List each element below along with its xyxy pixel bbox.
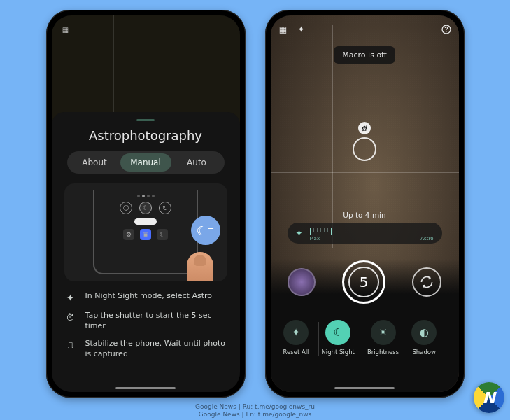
astro-info-panel: Astrophotography About Manual Auto ☺ ☾ ↻ — [52, 112, 240, 392]
face-icon: ☺ — [120, 202, 132, 214]
contrast-icon: ◐ — [411, 320, 437, 345]
help-icon[interactable] — [441, 24, 452, 35]
slider-min-label: Max — [310, 236, 320, 241]
home-indicator[interactable] — [334, 387, 395, 389]
tab-segment: About Manual Auto — [67, 151, 225, 174]
image-credits: Google News | Ru: t.me/googlenws_ru Goog… — [0, 403, 510, 419]
control-label: Brightness — [367, 349, 399, 356]
phone-left: ▦ Astrophotography About Manual Auto ☺ ☾ — [46, 10, 246, 398]
tab-auto[interactable]: Auto — [171, 153, 222, 172]
tip-item: ⎍ Stabilize the phone. Wait until photo … — [64, 339, 227, 360]
toast-message: Macro is off — [334, 46, 395, 64]
panel-title: Astrophotography — [62, 128, 230, 143]
control-night-sight[interactable]: ☾ Night Sight — [321, 320, 354, 356]
flip-camera-icon — [420, 275, 434, 289]
focus-indicator: ✿̸ — [353, 122, 376, 161]
control-label: Shadow — [412, 349, 436, 356]
flip-camera-button[interactable] — [412, 267, 441, 297]
frame-badge-icon: ▦ — [60, 24, 71, 35]
brightness-icon: ☀ — [371, 320, 396, 345]
sparkle-icon: ✦ — [296, 228, 303, 238]
screen-left: ▦ Astrophotography About Manual Auto ☺ ☾ — [52, 15, 240, 392]
gallery-thumbnail[interactable] — [288, 268, 316, 296]
quick-controls-row[interactable]: ✦ Reset All ☾ Night Sight ☀ Brightness ◐… — [271, 315, 459, 360]
sparkle-icon: ✦ — [64, 291, 77, 304]
exposure-label: Up to 4 min — [343, 211, 385, 219]
drag-handle[interactable] — [136, 119, 155, 121]
camera-icon: ▣ — [140, 229, 151, 240]
top-toolbar: ▦ ✦ — [278, 22, 452, 36]
tip-item: ✦ In Night Sight mode, select Astro — [64, 291, 227, 304]
tutorial-illustration: ☺ ☾ ↻ ⚙ ▣ ☾ ☾⁺ — [64, 183, 227, 281]
control-label: Night Sight — [321, 349, 354, 356]
sparkle-icon[interactable]: ✦ — [296, 24, 307, 35]
viewfinder-preview: ▦ — [52, 15, 240, 127]
control-brightness[interactable]: ☀ Brightness — [367, 320, 399, 356]
astro-fab-icon: ☾⁺ — [191, 216, 220, 245]
tip-item: ⏱ Tap the shutter to start the 5 sec tim… — [64, 311, 227, 332]
page-dots-icon — [137, 195, 155, 197]
phone-right: ▦ ✦ Macro is off ✿̸ Up to 4 min ✦ — [265, 10, 465, 398]
slider-illustration — [134, 218, 157, 225]
slider-max-label: Astro — [420, 236, 433, 241]
tripod-icon: ⎍ — [64, 339, 77, 351]
sparkle-reset-icon: ✦ — [283, 320, 309, 345]
moon-icon: ☾ — [325, 320, 350, 345]
screen-right: ▦ ✦ Macro is off ✿̸ Up to 4 min ✦ — [271, 15, 459, 392]
exposure-slider-group: Up to 4 min ✦ Max Astro — [288, 211, 442, 244]
tab-about[interactable]: About — [69, 153, 120, 172]
tip-text: Stabilize the phone. Wait until photo is… — [85, 339, 227, 360]
control-shadow[interactable]: ◐ Shadow — [411, 320, 437, 356]
control-reset-all[interactable]: ✦ Reset All — [283, 320, 309, 356]
tip-text: Tap the shutter to start the 5 sec timer — [85, 311, 227, 332]
countdown-value: 5 — [360, 274, 369, 290]
refresh-icon: ↻ — [159, 202, 171, 214]
credit-line: Google News | Ru: t.me/googlenws_ru — [0, 403, 510, 411]
macro-off-icon: ✿̸ — [358, 122, 371, 134]
tab-manual[interactable]: Manual — [120, 153, 171, 172]
settings-icon[interactable]: ▦ — [278, 24, 289, 35]
shutter-button[interactable]: 5 — [342, 260, 385, 304]
timer-icon: ⏱ — [64, 311, 77, 323]
exposure-slider[interactable]: ✦ Max Astro — [288, 223, 442, 244]
svg-point-1 — [446, 31, 446, 32]
finger-illustration — [187, 252, 213, 281]
control-label: Reset All — [283, 349, 309, 356]
credit-line: Google News | En: t.me/google_nws — [0, 411, 510, 419]
shutter-row: 5 — [271, 259, 459, 305]
tip-text: In Night Sight mode, select Astro — [85, 291, 213, 302]
moon-icon: ☾ — [139, 202, 152, 214]
focus-ring-icon[interactable] — [353, 137, 376, 161]
gear-icon: ⚙ — [123, 229, 134, 240]
moon-icon: ☾ — [157, 229, 168, 240]
tip-list: ✦ In Night Sight mode, select Astro ⏱ Ta… — [62, 291, 230, 359]
home-indicator[interactable] — [115, 387, 176, 389]
